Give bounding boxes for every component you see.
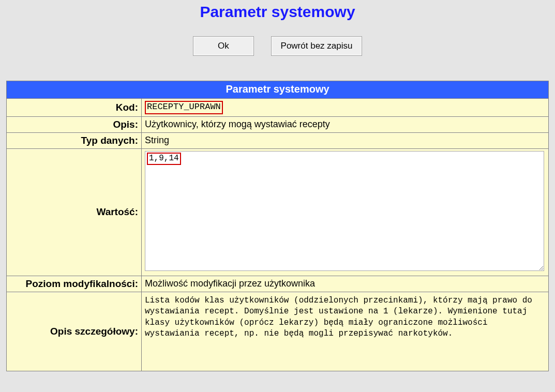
page-title: Parametr systemowy: [0, 0, 555, 36]
label-kod: Kod:: [7, 99, 142, 116]
return-button[interactable]: Powrót bez zapisu: [271, 36, 362, 56]
param-form-table: Parametr systemowy Kod: RECEPTY_UPRAWN O…: [6, 81, 549, 371]
value-wartosc-cell: 1,9,14: [142, 148, 548, 276]
value-szczegoly: Lista kodów klas użytkowników (oddzielon…: [142, 292, 548, 371]
label-opis: Opis:: [7, 116, 142, 132]
wartosc-textarea[interactable]: [145, 151, 544, 271]
table-caption: Parametr systemowy: [7, 81, 548, 99]
value-kod: RECEPTY_UPRAWN: [142, 99, 548, 116]
value-opis: Użytkownicy, którzy mogą wystawiać recep…: [142, 116, 548, 132]
value-poziom: Możliwość modyfikacji przez użytkownika: [142, 276, 548, 292]
label-poziom: Poziom modyfikalności:: [7, 276, 142, 292]
value-typ: String: [142, 132, 548, 148]
button-row: Ok Powrót bez zapisu: [0, 36, 555, 81]
ok-button[interactable]: Ok: [193, 36, 254, 56]
label-wartosc: Wartość:: [7, 148, 142, 276]
label-szczegoly: Opis szczegółowy:: [7, 292, 142, 371]
szczegoly-text: Lista kodów klas użytkowników (oddzielon…: [145, 294, 546, 340]
label-typ: Typ danych:: [7, 132, 142, 148]
kod-highlight: RECEPTY_UPRAWN: [145, 101, 223, 114]
